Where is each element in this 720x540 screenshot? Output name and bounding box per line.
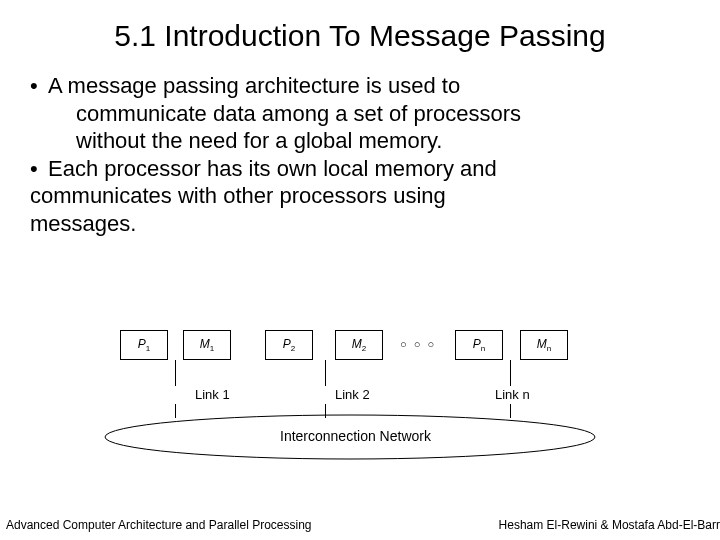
link2-label: Link 2 bbox=[335, 387, 370, 402]
footer-right: Hesham El-Rewini & Mostafa Abd-El-Barr bbox=[499, 518, 720, 532]
bullet-list: • A message passing architecture is used… bbox=[30, 72, 690, 237]
box-p1: P1 bbox=[120, 330, 168, 360]
p1-label: P1 bbox=[138, 337, 150, 353]
bullet-2-line1: Each processor has its own local memory … bbox=[48, 155, 497, 183]
pn-label: Pn bbox=[473, 337, 485, 353]
p2-label: P2 bbox=[283, 337, 295, 353]
ellipsis-icon: ○ ○ ○ bbox=[400, 338, 436, 350]
footer-left: Advanced Computer Architecture and Paral… bbox=[6, 518, 312, 532]
network-label: Interconnection Network bbox=[280, 428, 431, 444]
bullet-1-line1: A message passing architecture is used t… bbox=[48, 72, 460, 100]
bullet-2-line3: messages. bbox=[30, 210, 690, 238]
connector-line bbox=[510, 360, 511, 386]
bullet-marker: • bbox=[30, 155, 48, 183]
bullet-marker: • bbox=[30, 72, 48, 100]
architecture-diagram: P1 M1 P2 M2 ○ ○ ○ Pn Mn Link 1 Link 2 Li… bbox=[110, 330, 610, 490]
connector-line bbox=[175, 360, 176, 386]
box-pn: Pn bbox=[455, 330, 503, 360]
m1-label: M1 bbox=[200, 337, 214, 353]
box-m1: M1 bbox=[183, 330, 231, 360]
connector-line bbox=[325, 360, 326, 386]
bullet-1-line2: communicate data among a set of processo… bbox=[30, 100, 690, 128]
box-mn: Mn bbox=[520, 330, 568, 360]
bullet-1-line3: without the need for a global memory. bbox=[30, 127, 690, 155]
mn-label: Mn bbox=[537, 337, 551, 353]
box-m2: M2 bbox=[335, 330, 383, 360]
box-p2: P2 bbox=[265, 330, 313, 360]
linkn-label: Link n bbox=[495, 387, 530, 402]
bullet-2-line2: communicates with other processors using bbox=[30, 182, 690, 210]
slide-title: 5.1 Introduction To Message Passing bbox=[40, 18, 680, 54]
link1-label: Link 1 bbox=[195, 387, 230, 402]
m2-label: M2 bbox=[352, 337, 366, 353]
